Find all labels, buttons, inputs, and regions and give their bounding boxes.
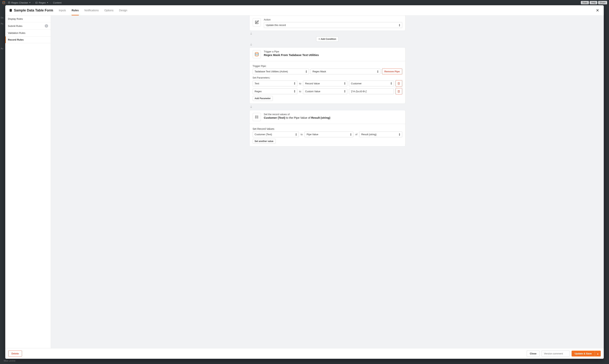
chevron-right-icon: › (50, 1, 51, 4)
help-button[interactable]: Help (590, 1, 597, 4)
app-logo-icon (2, 1, 6, 4)
stats-button[interactable]: Stats (581, 1, 589, 4)
svg-point-0 (3, 1, 5, 2)
chevron-right-icon: › (33, 1, 33, 4)
topbar: Regex Checker ▼ › Regex ▼ › Content Stat… (0, 0, 609, 5)
breadcrumb-page[interactable]: Regex ▼ (34, 1, 50, 4)
share-button[interactable]: Share (598, 1, 607, 4)
breadcrumb-content[interactable]: Content (52, 1, 63, 4)
svg-point-1 (8, 2, 10, 2)
breadcrumb-app[interactable]: Regex Checker ▼ (7, 1, 32, 4)
svg-rect-2 (36, 2, 38, 3)
